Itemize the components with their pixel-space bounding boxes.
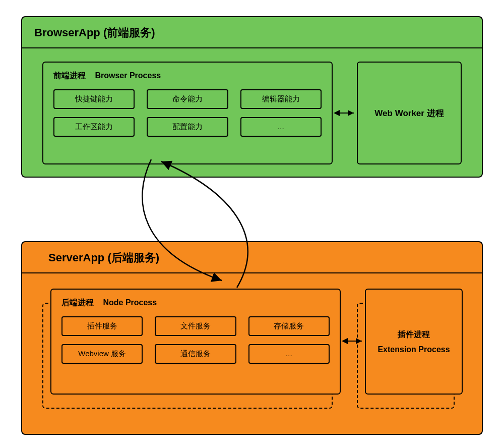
browser-app-container: BrowserApp (前端服务) 前端进程 Browser Process 快… — [21, 16, 483, 178]
cap-item: 存储服务 — [248, 316, 330, 336]
webworker-box: Web Worker 进程 — [357, 62, 462, 164]
cap-item: Webview 服务 — [61, 344, 143, 364]
browser-process-zh: 前端进程 — [53, 71, 86, 80]
server-app-title: ServerApp (后端服务) — [22, 242, 482, 273]
browser-app-title: BrowserApp (前端服务) — [22, 17, 482, 48]
node-process-en: Node Process — [103, 298, 157, 307]
browser-caps-grid: 快捷键能力 命令能力 编辑器能力 工作区能力 配置能力 ... — [43, 85, 332, 146]
node-process-header: 后端进程 Node Process — [51, 290, 340, 312]
extension-process-box: 插件进程 Extension Process — [365, 289, 463, 395]
cap-item: 插件服务 — [61, 316, 143, 336]
cap-item: ... — [240, 117, 322, 137]
cap-item: 命令能力 — [147, 89, 228, 109]
cap-item: 文件服务 — [155, 316, 236, 336]
cap-item: 编辑器能力 — [240, 89, 322, 109]
browser-process-box: 前端进程 Browser Process 快捷键能力 命令能力 编辑器能力 工作… — [42, 62, 333, 164]
cap-item: 工作区能力 — [53, 117, 135, 137]
server-app-container: ServerApp (后端服务) 后端进程 Node Process 插件服务 … — [21, 241, 483, 435]
cap-item: 配置能力 — [147, 117, 228, 137]
extension-line2: Extension Process — [377, 345, 450, 354]
browser-app-body: 前端进程 Browser Process 快捷键能力 命令能力 编辑器能力 工作… — [22, 48, 482, 180]
browser-process-en: Browser Process — [95, 71, 161, 80]
webworker-label: Web Worker 进程 — [374, 107, 444, 119]
cap-item: 通信服务 — [155, 344, 236, 364]
cap-item: ... — [248, 344, 330, 364]
extension-line1: 插件进程 — [398, 329, 430, 340]
server-app-body: 后端进程 Node Process 插件服务 文件服务 存储服务 Webview… — [22, 273, 482, 437]
cap-item: 快捷键能力 — [53, 89, 135, 109]
node-process-zh: 后端进程 — [61, 298, 94, 307]
browser-process-header: 前端进程 Browser Process — [43, 63, 332, 85]
node-process-box: 后端进程 Node Process 插件服务 文件服务 存储服务 Webview… — [50, 289, 341, 395]
server-caps-grid: 插件服务 文件服务 存储服务 Webview 服务 通信服务 ... — [51, 312, 340, 373]
